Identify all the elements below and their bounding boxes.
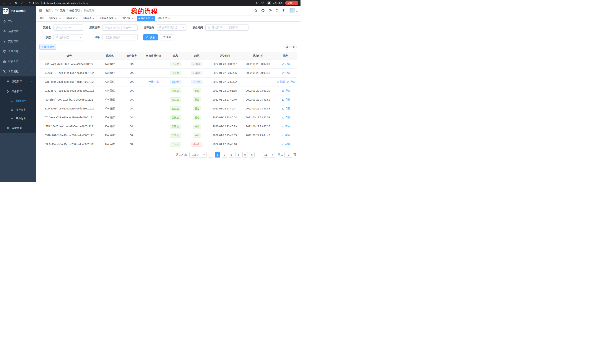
cell-current-task [143, 113, 165, 122]
sidebar-item-devtools[interactable]: 研发工具 [0, 56, 36, 67]
cell-status: 已完成 [165, 68, 186, 77]
result-select[interactable]: 请选择流结果 [102, 34, 138, 40]
sidebar-item-process-management[interactable]: 流程管理 [0, 77, 36, 86]
page-button[interactable]: 11 [263, 152, 268, 157]
tab-label: 流程表单-编辑 [100, 17, 114, 20]
prev-page-button[interactable]: ‹ [208, 152, 213, 157]
pager-more-icon[interactable]: ··· [256, 152, 261, 157]
category-select[interactable]: 请选择流程分类 [157, 25, 186, 31]
table-row: 03c6c157-7b9a-11ec-a290-acde48001122OA 请… [39, 140, 297, 149]
search-button[interactable]: 搜索 [143, 34, 158, 40]
page-size-select[interactable]: 10条/页 [190, 152, 207, 157]
tab-close-icon[interactable]: × [168, 17, 170, 20]
detail-link[interactable]: 详情 [287, 80, 295, 84]
tab[interactable]: 流程表单-编辑× [98, 16, 119, 21]
tab-close-icon[interactable]: × [92, 17, 95, 20]
detail-link[interactable]: 详情 [281, 134, 290, 137]
tab[interactable]: 流程表单× [81, 16, 97, 21]
github-link[interactable] [261, 9, 265, 12]
tab-close-icon[interactable]: × [59, 17, 61, 20]
detail-link[interactable]: 详情 [281, 125, 290, 128]
sidebar-item-system[interactable]: ⚙ 系统管理 [0, 26, 36, 36]
detail-link[interactable]: 详情 [281, 98, 290, 101]
tab[interactable]: 首页 [38, 16, 46, 21]
bookmark-star-icon[interactable] [261, 1, 264, 4]
sidebar-item-task-management[interactable]: 任务管理 [0, 86, 36, 96]
result-badge: 通过 [193, 115, 201, 120]
cell-submit-time: 2022-01-22 23:51:15 [208, 86, 241, 95]
cell-status: 已完成 [165, 131, 186, 140]
cancel-link[interactable]: 取消 [277, 80, 285, 84]
refresh-table-button[interactable] [291, 44, 297, 49]
user-menu[interactable] [290, 8, 298, 13]
back-button[interactable]: ← [2, 1, 7, 5]
cancel-icon [277, 80, 279, 83]
page-button[interactable]: 2 [222, 152, 227, 157]
app-logo[interactable]: 芋道管理系统 [0, 6, 36, 16]
fullscreen-button[interactable] [276, 9, 279, 12]
browser-menu-icon[interactable]: ⋮ [294, 1, 297, 4]
reload-button[interactable]: ⟳ [14, 1, 19, 5]
submit-time-range-picker[interactable]: 开始日期 - 结束日期 [205, 25, 249, 31]
page-button[interactable]: 6 [249, 152, 255, 157]
page-button[interactable]: 4 [235, 152, 241, 157]
detail-link[interactable]: 详情 [281, 143, 290, 146]
cell-process-name: OA 请假 [99, 86, 121, 95]
tab[interactable]: 流程定义× [47, 16, 63, 21]
breadcrumb-task-management[interactable]: 任务管理 [69, 9, 80, 12]
goto-page-input[interactable] [284, 152, 292, 157]
cell-process-name: OA 请假 [99, 59, 121, 68]
create-process-button[interactable]: + 发起流程 [39, 44, 56, 49]
status-select[interactable]: 请选择状态 [53, 34, 83, 40]
forward-button[interactable]: → [8, 1, 13, 5]
tab[interactable]: 用户分组× [120, 16, 136, 21]
tab[interactable]: 我的流程× [137, 16, 155, 21]
cell-process-name: OA 请假 [99, 122, 121, 131]
sidebar-item-infrastructure[interactable]: 基础设施 [0, 46, 36, 56]
toggle-search-button[interactable] [284, 44, 290, 49]
next-page-button[interactable]: › [270, 152, 275, 157]
detail-link[interactable]: 详情 [281, 116, 290, 119]
sidebar-item-done-tasks[interactable]: ✂ 已办任务 [0, 114, 36, 123]
cell-actions: 详情 [275, 131, 297, 140]
tab[interactable]: 发起流程× [156, 16, 172, 21]
page-button[interactable]: 1 [215, 152, 220, 157]
breadcrumb-workflow[interactable]: 工作流程 [55, 9, 65, 12]
help-button[interactable] [269, 9, 272, 12]
security-chip[interactable]: 不安全 [29, 1, 40, 5]
sidebar-item-workflow[interactable]: 工作流程 [0, 67, 36, 77]
sidebar-item-home[interactable]: 首页 [0, 16, 36, 26]
reset-button[interactable]: 重置 [160, 34, 174, 40]
header-search-button[interactable] [254, 9, 257, 12]
cell-category: OA [121, 131, 143, 140]
detail-icon [281, 116, 284, 119]
detail-link[interactable]: 详情 [281, 71, 290, 75]
detail-link[interactable]: 详情 [281, 62, 290, 66]
process-definition-input[interactable] [102, 25, 138, 31]
password-key-icon[interactable] [255, 1, 258, 4]
sidebar-item-payment[interactable]: ¥ 支付管理 [0, 36, 36, 46]
browser-home-button[interactable] [20, 2, 25, 4]
tab-close-icon[interactable]: × [151, 17, 153, 20]
tab-close-icon[interactable]: × [115, 17, 117, 20]
tags-bar: 首页流程定义×流程模型×流程表单×流程表单-编辑×用户分组×我的流程×发起流程× [36, 15, 300, 21]
result-badge: 通过 [193, 106, 201, 111]
breadcrumb-home[interactable]: 首页 [46, 9, 51, 12]
sidebar-item-leave-query[interactable]: 请假查询 [0, 123, 36, 133]
page-button[interactable]: 5 [242, 152, 248, 157]
tab[interactable]: 流程模型× [64, 16, 80, 21]
status-badge: 已完成 [170, 106, 181, 111]
address-bar[interactable]: dashboard.yudao.iocoder.cn/bpm/task/my [43, 2, 88, 4]
current-task-link[interactable]: 一级审批 [148, 80, 159, 84]
font-size-button[interactable]: TT [282, 9, 286, 12]
sidebar-item-my-process[interactable]: 我的流程 [0, 96, 36, 105]
tab-close-icon[interactable]: × [76, 17, 78, 20]
detail-link[interactable]: 详情 [281, 89, 290, 92]
process-name-input[interactable] [53, 25, 83, 31]
browser-update-button[interactable]: 更新 ⋮ [285, 0, 298, 5]
detail-link[interactable]: 详情 [281, 107, 290, 110]
page-button[interactable]: 3 [229, 152, 234, 157]
sidebar-item-todo-tasks[interactable]: 待办任务 [0, 105, 36, 114]
tab-close-icon[interactable]: × [131, 17, 134, 20]
sidebar-toggle-button[interactable] [39, 9, 42, 12]
